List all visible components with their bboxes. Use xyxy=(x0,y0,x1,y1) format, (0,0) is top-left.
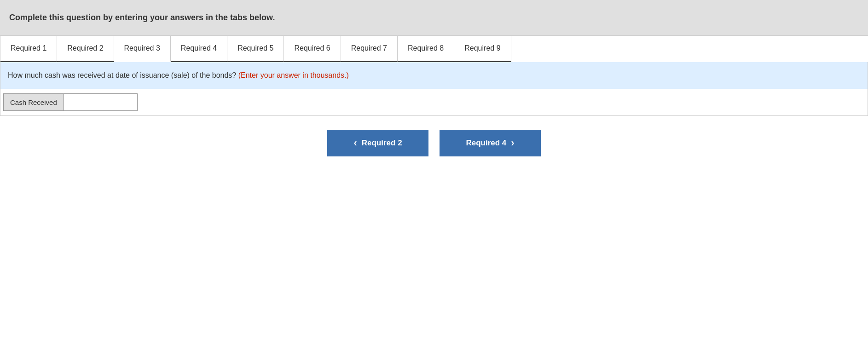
tabs-container: Required 1 Required 2 Required 3 Require… xyxy=(0,35,868,62)
tab-required-9[interactable]: Required 9 xyxy=(454,36,511,62)
prev-button[interactable]: Required 2 xyxy=(327,130,428,156)
instruction-banner: Complete this question by entering your … xyxy=(0,0,868,35)
tab-required-2[interactable]: Required 2 xyxy=(57,36,114,62)
question-row: How much cash was received at date of is… xyxy=(0,62,868,89)
tab-required-8[interactable]: Required 8 xyxy=(398,36,454,62)
tab-required-5[interactable]: Required 5 xyxy=(227,36,284,62)
chevron-right-icon xyxy=(511,137,514,149)
cash-received-label: Cash Received xyxy=(3,93,64,111)
tab-required-7[interactable]: Required 7 xyxy=(341,36,398,62)
next-button-label: Required 4 xyxy=(466,138,506,148)
nav-buttons: Required 2 Required 4 xyxy=(0,116,868,175)
tab-required-6[interactable]: Required 6 xyxy=(284,36,341,62)
question-text: How much cash was received at date of is… xyxy=(8,71,236,79)
tab-required-3[interactable]: Required 3 xyxy=(114,36,171,62)
prev-button-label: Required 2 xyxy=(362,138,402,148)
tab-panel: How much cash was received at date of is… xyxy=(0,62,868,116)
chevron-left-icon xyxy=(353,137,357,149)
question-hint: (Enter your answer in thousands.) xyxy=(236,71,349,79)
tab-required-4[interactable]: Required 4 xyxy=(171,36,227,62)
instruction-text: Complete this question by entering your … xyxy=(9,13,859,23)
tab-required-1[interactable]: Required 1 xyxy=(0,36,57,62)
input-row: Cash Received xyxy=(0,89,868,115)
cash-received-input[interactable] xyxy=(64,93,138,111)
next-button[interactable]: Required 4 xyxy=(440,130,541,156)
